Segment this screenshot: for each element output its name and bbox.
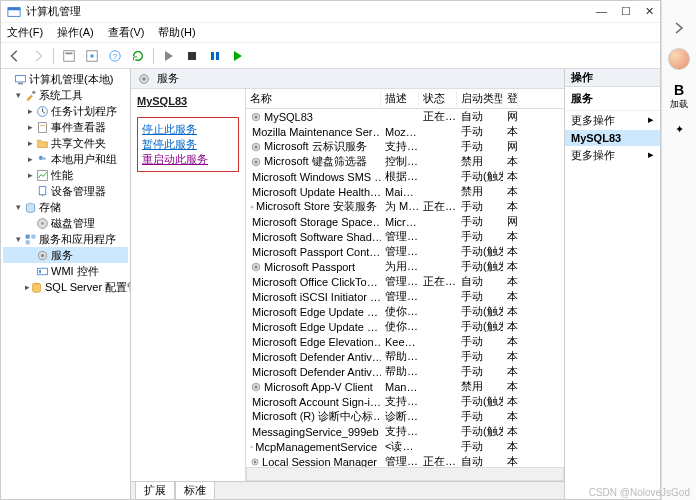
svg-rect-10	[216, 52, 219, 60]
menu-view[interactable]: 查看(V)	[108, 25, 145, 40]
close-button[interactable]: ✕	[645, 5, 654, 18]
nav-tree[interactable]: 计算机管理(本地)▾系统工具▸任务计划程序▸事件查看器▸共享文件夹▸本地用户和组…	[1, 69, 131, 499]
service-row[interactable]: Microsoft Office ClickTo…管理…正在…自动本	[246, 274, 564, 289]
svg-rect-27	[25, 240, 29, 244]
col-name[interactable]: 名称	[246, 91, 381, 106]
svg-rect-26	[31, 234, 35, 238]
menu-help[interactable]: 帮助(H)	[158, 25, 195, 40]
tab-extended[interactable]: 扩展	[135, 482, 175, 499]
back-button[interactable]	[5, 46, 25, 66]
service-row[interactable]: Microsoft Edge Update …使你…手动(触发…本	[246, 319, 564, 334]
service-row[interactable]: Microsoft Edge Update …使你…手动(触发…本	[246, 304, 564, 319]
service-row[interactable]: Microsoft Defender Antiv…帮助…手动本	[246, 349, 564, 364]
tree-node[interactable]: ▾服务和应用程序	[3, 231, 128, 247]
actions-section-services: 服务	[565, 87, 660, 111]
service-row[interactable]: Microsoft Passport为用…手动(触发…本	[246, 259, 564, 274]
properties-button[interactable]	[59, 46, 79, 66]
svg-point-82	[254, 460, 257, 463]
service-row[interactable]: Microsoft Update Health…Mai…禁用本	[246, 184, 564, 199]
forward-button[interactable]	[28, 46, 48, 66]
svg-point-80	[251, 446, 252, 447]
tree-node[interactable]: ▸共享文件夹	[3, 135, 128, 151]
tree-node[interactable]: WMI 控件	[3, 263, 128, 279]
service-row[interactable]: Microsoft (R) 诊断中心标…诊断…手动本	[246, 409, 564, 424]
tree-node[interactable]: ▸性能	[3, 167, 128, 183]
tree-node[interactable]: 磁盘管理	[3, 215, 128, 231]
list-rows[interactable]: MySQL83正在…自动网Mozilla Maintenance Ser…Moz…	[246, 109, 564, 467]
tree-node[interactable]: ▾存储	[3, 199, 128, 215]
export-button[interactable]	[82, 46, 102, 66]
horizontal-scrollbar[interactable]	[246, 467, 564, 481]
service-row[interactable]: Microsoft 键盘筛选器控制…禁用本	[246, 154, 564, 169]
more-actions-1[interactable]: 更多操作 ▸	[565, 111, 660, 130]
service-row[interactable]: MySQL83正在…自动网	[246, 109, 564, 124]
pause-button[interactable]	[205, 46, 225, 66]
stop-button[interactable]	[182, 46, 202, 66]
service-row[interactable]: Microsoft Account Sign-i…支持…手动(触发…本	[246, 394, 564, 409]
service-row[interactable]: Microsoft Store 安装服务为 M…正在…手动本	[246, 199, 564, 214]
more-actions-2[interactable]: 更多操作 ▸	[565, 146, 660, 165]
svg-point-72	[255, 385, 258, 388]
svg-point-29	[40, 253, 43, 256]
col-desc[interactable]: 描述	[381, 91, 419, 106]
browser-sidebar: B 加载 ✦	[661, 0, 696, 500]
service-row[interactable]: Microsoft Storage Space…Micr…手动网	[246, 214, 564, 229]
play-button[interactable]	[159, 46, 179, 66]
tree-node[interactable]: 设备管理器	[3, 183, 128, 199]
avatar[interactable]	[668, 48, 690, 70]
service-list: 名称 描述 状态 启动类型 登 MySQL83正在…自动网Mozilla Mai…	[246, 89, 564, 481]
tree-node[interactable]: 计算机管理(本地)	[3, 71, 128, 87]
service-row[interactable]: Microsoft App-V ClientMan…禁用本	[246, 379, 564, 394]
separator	[153, 48, 154, 64]
svg-point-48	[251, 206, 252, 207]
stop-service-link[interactable]: 停止此服务	[142, 122, 234, 137]
actions-pane: 操作 服务 更多操作 ▸ MySQL83 更多操作 ▸	[565, 69, 660, 499]
svg-point-36	[255, 115, 258, 118]
col-logon[interactable]: 登	[503, 91, 518, 106]
restart-button[interactable]	[228, 46, 248, 66]
service-row[interactable]: MessagingService_999eb支持…手动(触发…本	[246, 424, 564, 439]
tree-node[interactable]: ▸本地用户和组	[3, 151, 128, 167]
tree-node[interactable]: ▾系统工具	[3, 87, 128, 103]
tree-node[interactable]: 服务	[3, 247, 128, 263]
maximize-button[interactable]: ☐	[621, 5, 631, 18]
svg-rect-20	[39, 186, 46, 194]
col-status[interactable]: 状态	[419, 91, 457, 106]
tree-node[interactable]: ▸SQL Server 配置管理器	[3, 279, 128, 295]
tree-node[interactable]: ▸任务计划程序	[3, 103, 128, 119]
service-row[interactable]: Microsoft iSCSI Initiator …管理…手动本	[246, 289, 564, 304]
service-detail: MySQL83 停止此服务 暂停此服务 重启动此服务	[131, 89, 246, 481]
content-area: 计算机管理(本地)▾系统工具▸任务计划程序▸事件查看器▸共享文件夹▸本地用户和组…	[1, 69, 660, 499]
bookmark-icon[interactable]: ✦	[675, 123, 684, 136]
col-startup[interactable]: 启动类型	[457, 91, 503, 106]
menu-action[interactable]: 操作(A)	[57, 25, 94, 40]
service-row[interactable]: Local Session Manager管理…正在…自动本	[246, 454, 564, 467]
actions-header: 操作	[565, 69, 660, 87]
toolbar: ?	[1, 43, 660, 69]
restart-service-link[interactable]: 重启动此服务	[142, 152, 234, 167]
service-row[interactable]: McpManagementService<读…手动本	[246, 439, 564, 454]
service-row[interactable]: Microsoft Passport Cont…管理…手动(触发…本	[246, 244, 564, 259]
service-row[interactable]: Microsoft Edge Elevation…Kee…手动本	[246, 334, 564, 349]
service-row[interactable]: Microsoft 云标识服务支持…手动网	[246, 139, 564, 154]
service-row[interactable]: Microsoft Defender Antiv…帮助…手动本	[246, 364, 564, 379]
svg-point-40	[255, 145, 258, 148]
center-body: MySQL83 停止此服务 暂停此服务 重启动此服务 名称 描述 状态 启动类型…	[131, 89, 564, 481]
tab-standard[interactable]: 标准	[175, 482, 215, 499]
chevron-right-icon[interactable]	[671, 20, 687, 36]
sidebar-shortcut[interactable]: B 加载	[670, 82, 688, 111]
service-row[interactable]: Microsoft Software Shad…管理…手动本	[246, 229, 564, 244]
svg-point-21	[41, 194, 43, 196]
service-row[interactable]: Mozilla Maintenance Ser…Moz…手动本	[246, 124, 564, 139]
actions-section-selected[interactable]: MySQL83	[565, 130, 660, 146]
service-row[interactable]: Microsoft Windows SMS …根据…手动(触发…本	[246, 169, 564, 184]
help-button[interactable]: ?	[105, 46, 125, 66]
tree-node[interactable]: ▸事件查看器	[3, 119, 128, 135]
pause-service-link[interactable]: 暂停此服务	[142, 137, 234, 152]
titlebar: 计算机管理 — ☐ ✕	[1, 1, 660, 23]
menu-file[interactable]: 文件(F)	[7, 25, 43, 40]
minimize-button[interactable]: —	[596, 5, 607, 18]
svg-rect-30	[37, 268, 47, 275]
refresh-button[interactable]	[128, 46, 148, 66]
center-header: 服务	[131, 69, 564, 89]
